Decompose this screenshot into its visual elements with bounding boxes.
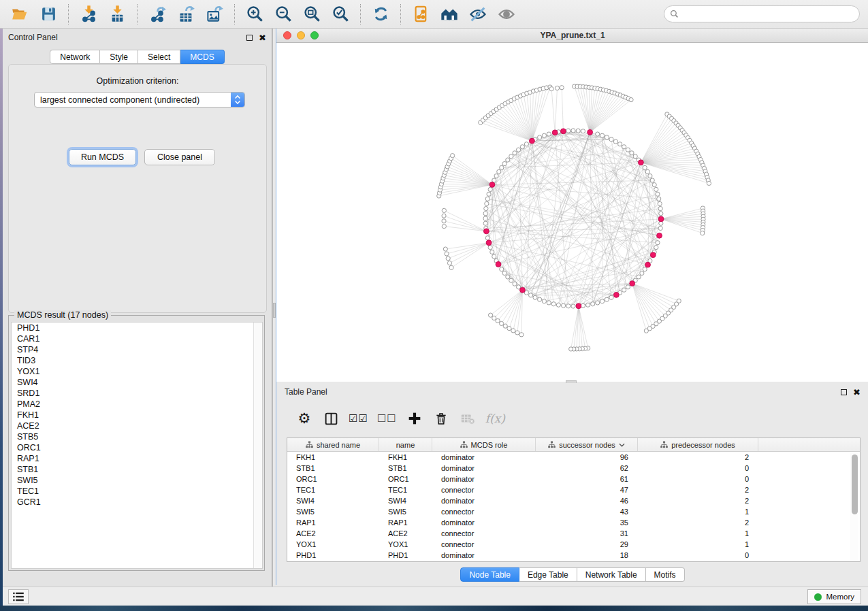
cell-MCDS-role[interactable]: connector bbox=[432, 540, 536, 548]
import-network-icon[interactable] bbox=[77, 4, 100, 24]
network-node[interactable] bbox=[497, 169, 501, 174]
network-satellite-node[interactable] bbox=[555, 86, 559, 90]
network-node[interactable] bbox=[596, 132, 600, 136]
network-satellite-node[interactable] bbox=[503, 324, 507, 328]
mcds-hub-node[interactable] bbox=[650, 252, 656, 258]
mcds-result-item[interactable]: FKH1 bbox=[12, 410, 262, 420]
mcds-hub-node[interactable] bbox=[486, 240, 492, 246]
network-node[interactable] bbox=[524, 142, 528, 146]
mcds-result-item[interactable]: RAP1 bbox=[12, 453, 262, 464]
zoom-in-icon[interactable] bbox=[243, 4, 266, 24]
network-node[interactable] bbox=[656, 192, 660, 196]
zoom-selected-icon[interactable] bbox=[329, 4, 352, 24]
network-satellite-node[interactable] bbox=[549, 87, 553, 91]
network-satellite-node[interactable] bbox=[511, 329, 515, 333]
cell-name[interactable]: ACE2 bbox=[379, 529, 432, 538]
network-satellite-node[interactable] bbox=[445, 252, 449, 256]
network-node[interactable] bbox=[609, 137, 613, 142]
network-satellite-node[interactable] bbox=[519, 333, 524, 337]
network-satellite-node[interactable] bbox=[515, 331, 519, 335]
network-node[interactable] bbox=[622, 145, 626, 149]
cell-MCDS-role[interactable]: connector bbox=[432, 486, 536, 494]
create-column-icon[interactable] bbox=[406, 408, 423, 429]
mcds-result-item[interactable]: YOX1 bbox=[12, 366, 262, 377]
hide-panels-icon[interactable] bbox=[466, 4, 489, 24]
network-node[interactable] bbox=[622, 288, 626, 292]
cell-name[interactable]: SWI5 bbox=[379, 508, 432, 516]
network-satellite-node[interactable] bbox=[496, 318, 500, 323]
network-node[interactable] bbox=[613, 139, 617, 144]
cell-shared-name[interactable]: STB1 bbox=[287, 464, 379, 472]
open-in-cytoscape-web-icon[interactable] bbox=[409, 4, 432, 24]
network-node[interactable] bbox=[533, 295, 537, 299]
network-node[interactable] bbox=[509, 154, 513, 159]
table-settings-gear-icon[interactable]: ⚙ bbox=[295, 408, 313, 429]
network-node[interactable] bbox=[483, 212, 487, 216]
network-node[interactable] bbox=[542, 133, 546, 137]
cell-MCDS-role[interactable]: dominator bbox=[432, 453, 536, 461]
column-header-MCDS-role[interactable]: MCDS role bbox=[432, 438, 536, 451]
network-node[interactable] bbox=[648, 174, 652, 178]
cell-name[interactable]: SWI4 bbox=[379, 497, 432, 505]
network-satellite-node[interactable] bbox=[449, 265, 453, 269]
network-node[interactable] bbox=[581, 303, 585, 308]
network-node[interactable] bbox=[492, 254, 496, 259]
network-node[interactable] bbox=[483, 221, 487, 225]
cell-predecessor-nodes[interactable]: 0 bbox=[638, 475, 758, 483]
cell-predecessor-nodes[interactable]: 0 bbox=[638, 551, 758, 559]
network-node[interactable] bbox=[650, 178, 654, 182]
mcds-hub-node[interactable] bbox=[638, 160, 643, 165]
network-node[interactable] bbox=[656, 241, 660, 245]
network-node[interactable] bbox=[566, 129, 570, 133]
mcds-hub-node[interactable] bbox=[496, 262, 501, 267]
cell-MCDS-role[interactable]: dominator bbox=[432, 551, 536, 559]
mcds-hub-node[interactable] bbox=[657, 233, 662, 238]
network-node[interactable] bbox=[502, 161, 507, 165]
mcds-result-item[interactable]: TEC1 bbox=[12, 486, 262, 497]
tab-motifs[interactable]: Motifs bbox=[646, 567, 685, 582]
mcds-result-item[interactable]: SRD1 bbox=[12, 388, 262, 399]
tab-network-table[interactable]: Network Table bbox=[577, 567, 646, 582]
table-row[interactable]: SWI4SWI4dominator462 bbox=[287, 495, 860, 506]
table-row[interactable]: RAP1RAP1dominator352 bbox=[287, 517, 860, 528]
mcds-result-item[interactable]: ORC1 bbox=[12, 442, 262, 453]
table-row[interactable]: FKH1FKH1dominator962 bbox=[287, 452, 860, 463]
mcds-hub-node[interactable] bbox=[658, 216, 664, 222]
network-node[interactable] bbox=[488, 187, 492, 191]
cell-name[interactable]: RAP1 bbox=[379, 518, 432, 527]
network-node[interactable] bbox=[494, 174, 498, 178]
mcds-result-item[interactable]: TID3 bbox=[12, 355, 262, 366]
cell-name[interactable]: YOX1 bbox=[379, 540, 432, 548]
network-node[interactable] bbox=[633, 154, 637, 159]
cell-predecessor-nodes[interactable]: 1 bbox=[638, 508, 758, 516]
network-node[interactable] bbox=[643, 267, 647, 271]
cell-MCDS-role[interactable]: dominator bbox=[432, 475, 536, 483]
cell-name[interactable]: ORC1 bbox=[379, 475, 432, 483]
export-network-icon[interactable] bbox=[146, 4, 169, 24]
mcds-result-item[interactable]: CAR1 bbox=[12, 333, 262, 344]
network-node[interactable] bbox=[645, 169, 649, 174]
network-node[interactable] bbox=[490, 250, 494, 254]
network-node[interactable] bbox=[487, 192, 491, 196]
network-node[interactable] bbox=[658, 201, 662, 205]
mcds-hub-node[interactable] bbox=[520, 287, 526, 293]
cell-predecessor-nodes[interactable]: 1 bbox=[638, 529, 758, 538]
save-session-icon[interactable] bbox=[37, 4, 60, 24]
network-node[interactable] bbox=[576, 129, 580, 133]
import-table-icon[interactable] bbox=[106, 4, 129, 24]
network-node[interactable] bbox=[538, 135, 542, 139]
table-row[interactable]: ACE2ACE2connector311 bbox=[287, 528, 860, 539]
network-node[interactable] bbox=[551, 302, 556, 306]
result-list-scrollbar[interactable] bbox=[253, 323, 262, 568]
table-row[interactable]: TEC1TEC1connector472 bbox=[287, 484, 860, 495]
network-node[interactable] bbox=[626, 148, 630, 152]
network-node[interactable] bbox=[561, 303, 565, 308]
mcds-result-list[interactable]: PHD1CAR1STP4TID3YOX1SWI4SRD1PMA2FKH1ACE2… bbox=[11, 322, 263, 569]
select-all-columns-icon[interactable]: ☑☑ bbox=[349, 408, 368, 429]
network-node[interactable] bbox=[586, 303, 590, 307]
network-satellite-node[interactable] bbox=[499, 321, 503, 325]
mcds-result-item[interactable]: PHD1 bbox=[12, 323, 262, 333]
table-row[interactable]: STB1STB1dominator620 bbox=[287, 463, 860, 474]
network-satellite-node[interactable] bbox=[507, 327, 511, 331]
network-satellite-node[interactable] bbox=[442, 219, 446, 223]
